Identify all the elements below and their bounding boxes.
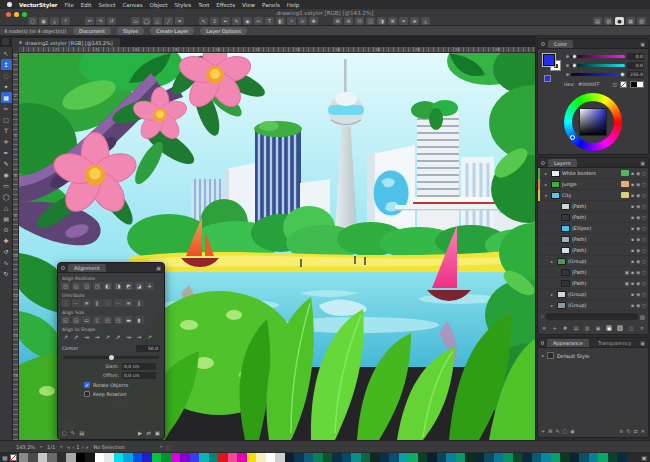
color-swatch[interactable] bbox=[190, 453, 200, 462]
polygon-shape-icon[interactable]: △ bbox=[153, 17, 162, 25]
color-swatch[interactable] bbox=[323, 453, 333, 462]
size-both-icon[interactable]: ▭ bbox=[82, 316, 91, 324]
align-hcenter-icon[interactable]: ◱ bbox=[72, 282, 81, 290]
layer-row[interactable]: ▸ (Group) ▣ ▪ ◉ ○ bbox=[538, 300, 648, 311]
add-style-icon[interactable]: + bbox=[541, 428, 545, 434]
layer-thumbnail[interactable] bbox=[557, 258, 566, 265]
rectangle-tool[interactable]: ▭ bbox=[1, 180, 12, 191]
menu-item[interactable]: Canvas bbox=[122, 2, 142, 8]
document-tab[interactable]: drawing2.vstyler [RGB] [@143.2%] bbox=[12, 38, 120, 47]
color-swatch[interactable] bbox=[389, 453, 399, 462]
color-swatch[interactable] bbox=[408, 453, 418, 462]
layer-lock-icon[interactable]: ▪ bbox=[631, 226, 634, 231]
rotate-objects-checkbox[interactable]: ✓ bbox=[84, 382, 90, 388]
color-swatch[interactable] bbox=[361, 453, 371, 462]
star-shape-icon[interactable]: ✦ bbox=[175, 17, 184, 25]
layer-color-chip[interactable] bbox=[621, 192, 629, 198]
offset-field[interactable]: 0,0 cm bbox=[122, 372, 156, 379]
distribute-top-icon[interactable]: ⋮ bbox=[103, 299, 112, 307]
pixel-preview-icon[interactable]: ● bbox=[615, 17, 624, 25]
transparency-tab[interactable]: Transparency bbox=[592, 339, 637, 347]
distribute-bottom-icon[interactable]: ≡ bbox=[124, 299, 133, 307]
layer-thumbnail[interactable] bbox=[557, 291, 566, 298]
panel-menu-icon[interactable] bbox=[61, 266, 65, 270]
lasso-tool[interactable]: ◌ bbox=[1, 70, 12, 81]
color-swatch[interactable] bbox=[598, 453, 608, 462]
black-white-swatch[interactable] bbox=[630, 81, 644, 88]
pen-icon[interactable]: ✒ bbox=[221, 17, 230, 25]
layer-name[interactable]: (Path) bbox=[572, 237, 619, 242]
shape-align-6-icon[interactable]: ⇗ bbox=[114, 333, 123, 341]
channel-value-field[interactable]: 0.0 bbox=[627, 53, 644, 60]
size-max-icon[interactable]: ◰ bbox=[103, 316, 112, 324]
layer-name[interactable]: City bbox=[562, 193, 619, 198]
layer-lock-icon[interactable]: ▪ bbox=[631, 237, 634, 242]
panel-menu-icon[interactable] bbox=[541, 42, 545, 46]
layer-color-chip[interactable] bbox=[621, 170, 629, 176]
color-swatch[interactable] bbox=[304, 453, 314, 462]
align-corner-icon[interactable]: ◩ bbox=[124, 282, 133, 290]
center-slider-knob[interactable] bbox=[109, 355, 114, 360]
color-swatch[interactable] bbox=[513, 453, 523, 462]
apple-menu-icon[interactable] bbox=[7, 2, 12, 7]
copy-color-icon[interactable]: ◫ bbox=[612, 82, 617, 87]
color-swatch[interactable] bbox=[95, 453, 105, 462]
color-swatch[interactable] bbox=[76, 453, 86, 462]
context-button[interactable]: Document bbox=[73, 27, 111, 35]
layer-visibility-icon[interactable]: ◉ bbox=[636, 270, 640, 275]
grid-tool[interactable]: ▤ bbox=[1, 213, 12, 224]
distribute-spacing-icon[interactable]: ∥ bbox=[135, 299, 144, 307]
workspace-icon[interactable]: ▧ bbox=[637, 17, 646, 25]
chevron-down-icon[interactable]: ▾ bbox=[160, 444, 162, 450]
channel-value-field[interactable]: 0.0 bbox=[627, 62, 644, 69]
center-value-field[interactable]: 50.0 bbox=[136, 345, 160, 352]
ruler-corner[interactable] bbox=[13, 47, 19, 53]
layer-row[interactable]: (Path) ▣ ▪ ◉ ○ bbox=[538, 245, 648, 256]
isolate-icon[interactable]: ▥ bbox=[584, 325, 591, 331]
color-wheel[interactable] bbox=[564, 93, 622, 151]
distribute-left-icon[interactable]: ⋮ bbox=[61, 299, 70, 307]
flatten-icon[interactable]: ▤ bbox=[573, 325, 580, 331]
color-swatch[interactable] bbox=[484, 453, 494, 462]
layer-thumbnail[interactable] bbox=[561, 214, 570, 221]
layer-thumbnail[interactable] bbox=[561, 247, 570, 254]
color-swatch[interactable] bbox=[465, 453, 475, 462]
panel-dock-icon[interactable]: ▣ bbox=[640, 41, 645, 47]
distribute-hcenter-icon[interactable]: ⋯ bbox=[72, 299, 81, 307]
shape-align-4-icon[interactable]: ⇝ bbox=[93, 333, 102, 341]
color-swatch[interactable] bbox=[503, 453, 513, 462]
layer-expand-arrow[interactable]: ▸ bbox=[551, 292, 555, 297]
layer-lock-icon[interactable]: ▪ bbox=[631, 193, 634, 198]
layer-expand-arrow[interactable]: ▾ bbox=[545, 193, 549, 198]
layer-name[interactable]: (Group) bbox=[568, 292, 619, 297]
align-icon[interactable]: ⊞ bbox=[333, 17, 342, 25]
polygon-tool[interactable]: △ bbox=[1, 202, 12, 213]
spiral-tool[interactable]: ↻ bbox=[1, 268, 12, 279]
layer-color-chip[interactable] bbox=[621, 291, 629, 297]
layer-target-icon[interactable]: ○ bbox=[642, 303, 646, 308]
color-panel-tab[interactable]: Color bbox=[548, 40, 573, 48]
color-swatch[interactable] bbox=[579, 453, 589, 462]
layers-panel-tab[interactable]: Layers bbox=[548, 159, 577, 167]
color-slider-knob[interactable] bbox=[572, 63, 577, 68]
layer-color-chip[interactable] bbox=[621, 181, 629, 187]
shape-align-3-icon[interactable]: ↝ bbox=[82, 333, 91, 341]
panel-dock-icon[interactable]: ▣ bbox=[640, 160, 645, 166]
layer-name[interactable]: (Path) bbox=[572, 270, 613, 275]
layer-target-icon[interactable]: ○ bbox=[642, 193, 646, 198]
color-swatch[interactable] bbox=[209, 453, 219, 462]
snapshot-icon[interactable]: ◉ bbox=[606, 325, 612, 331]
channel-value-field[interactable]: 255.0 bbox=[627, 71, 644, 78]
layer-settings-icon[interactable]: ✱ bbox=[562, 325, 568, 331]
undo-icon[interactable]: ↶ bbox=[85, 17, 94, 25]
layer-name[interactable]: White borders bbox=[562, 171, 619, 176]
node-select-icon[interactable]: ↥ bbox=[210, 17, 219, 25]
layer-lock-icon[interactable]: ▪ bbox=[631, 171, 634, 176]
layer-visibility-icon[interactable]: ◉ bbox=[636, 182, 640, 187]
layer-thumbnail[interactable] bbox=[551, 192, 560, 199]
zoom-tool[interactable]: ⊙ bbox=[1, 224, 12, 235]
brush-tool[interactable]: ◉ bbox=[1, 169, 12, 180]
mask-icon[interactable]: ◫ bbox=[366, 17, 375, 25]
color-swatch[interactable] bbox=[456, 453, 466, 462]
hex-value-field[interactable]: #0000FF bbox=[578, 82, 600, 87]
